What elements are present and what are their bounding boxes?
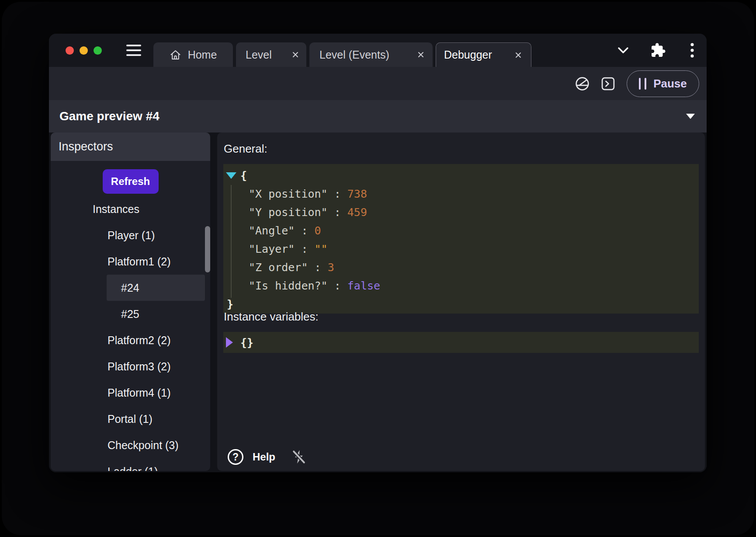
tab-debugger[interactable]: Debugger (436, 42, 531, 67)
property-x-position[interactable]: "X position" : 738 (223, 185, 699, 203)
instance-variables-json[interactable]: {} (223, 332, 699, 353)
flash-off-icon[interactable] (291, 448, 307, 466)
console-icon[interactable] (601, 77, 615, 91)
property-colon: : (308, 261, 327, 274)
inspectors-header-label: Inspectors (59, 140, 113, 153)
tab-level-events[interactable]: Level (Events) (309, 42, 433, 67)
property-layer[interactable]: "Layer" : "" (223, 240, 699, 258)
tree-item-platform3-2[interactable]: Platform3 (2) (51, 353, 210, 380)
tree-item-label: Instances (93, 203, 139, 216)
inspectors-header: Inspectors (51, 133, 210, 161)
more-vertical-icon[interactable] (690, 43, 694, 58)
tree-item-label: Platform1 (2) (108, 255, 170, 268)
help-icon[interactable]: ? (228, 449, 243, 465)
property-value: 3 (328, 261, 334, 274)
tab-label: Home (188, 49, 217, 61)
tree-item-portal-1[interactable]: Portal (1) (51, 406, 210, 432)
preview-selector[interactable]: Game preview #4 (49, 100, 707, 133)
inspectors-panel: Inspectors Refresh InstancesPlayer (1)Pl… (51, 133, 210, 471)
tree-item-label: #24 (121, 282, 139, 294)
tab-home[interactable]: Home (153, 42, 233, 67)
property-key: "Z order" (249, 261, 308, 274)
property-colon: : (328, 206, 347, 219)
tab-strip: HomeLevelLevel (Events)Debugger (153, 42, 531, 67)
chevron-down-icon[interactable] (617, 47, 629, 54)
tree-item-label: Portal (1) (108, 413, 153, 425)
refresh-button[interactable]: Refresh (103, 169, 159, 194)
tree-item-label: Player (1) (108, 229, 155, 242)
tree-item-instances[interactable]: Instances (51, 196, 210, 222)
property-key: "Angle" (249, 224, 295, 237)
property-angle[interactable]: "Angle" : 0 (223, 221, 699, 240)
property-z-order[interactable]: "Z order" : 3 (223, 258, 699, 276)
pause-button-label: Pause (653, 77, 687, 91)
tab-close-icon[interactable] (514, 51, 522, 59)
property-colon: : (295, 243, 314, 255)
property-value: 738 (347, 188, 367, 200)
collapse-triangle-icon[interactable] (226, 172, 236, 179)
tree-item-label: Platform3 (2) (108, 360, 170, 373)
property-colon: : (328, 279, 347, 292)
property-colon: : (295, 224, 314, 237)
tree-item-24[interactable]: #24 (107, 275, 205, 301)
property-value: "" (315, 243, 328, 255)
property-is-hidden[interactable]: "Is hidden?" : false (223, 276, 699, 295)
help-row: ? Help (228, 448, 307, 466)
tree-item-label: Platform2 (2) (108, 334, 170, 347)
sidebar-scrollbar-thumb[interactable] (205, 226, 210, 272)
pause-icon (639, 78, 646, 90)
property-key: "X position" (249, 188, 328, 200)
home-icon (170, 49, 181, 61)
tree-item-label: Platform4 (1) (108, 387, 170, 399)
window-controls (66, 46, 102, 55)
tab-close-icon[interactable] (291, 51, 299, 59)
inspector-panel: General: {"X position" : 738"Y position"… (217, 133, 705, 471)
general-properties-json: {"X position" : 738"Y position" : 459"An… (223, 164, 699, 314)
property-key: "Is hidden?" (249, 279, 328, 292)
debugger-toolbar: Pause (49, 67, 707, 100)
tree-item-platform1-2[interactable]: Platform1 (2) (51, 248, 210, 275)
tree-item-ladder-1[interactable]: Ladder (1) (51, 458, 210, 471)
app-window: HomeLevelLevel (Events)Debugger Pause Ga… (49, 34, 707, 472)
tree-item-25[interactable]: #25 (107, 301, 205, 327)
tab-label: Level (Events) (319, 49, 389, 61)
instance-variables-label: Instance variables: (224, 310, 319, 324)
tree-item-label: Checkpoint (3) (108, 439, 179, 452)
main-menu-icon[interactable] (126, 45, 141, 56)
tab-level[interactable]: Level (236, 42, 306, 67)
property-value: false (347, 279, 380, 292)
tree-item-label: Ladder (1) (108, 465, 158, 471)
tab-bar-actions (617, 34, 707, 67)
indent-guide (231, 185, 232, 298)
property-key: "Y position" (249, 206, 328, 219)
property-colon: : (328, 188, 347, 200)
help-label[interactable]: Help (253, 451, 275, 463)
tab-label: Level (246, 49, 272, 61)
tree-item-player-1[interactable]: Player (1) (51, 222, 210, 248)
instances-tree: InstancesPlayer (1)Platform1 (2)#24#25Pl… (51, 196, 210, 471)
pause-button[interactable]: Pause (627, 70, 699, 97)
general-section-label: General: (224, 142, 267, 156)
property-value: 0 (315, 224, 321, 237)
property-key: "Layer" (249, 243, 295, 255)
tab-label: Debugger (444, 49, 492, 61)
extensions-puzzle-icon[interactable] (650, 42, 666, 58)
dropdown-caret-icon (686, 114, 695, 119)
property-value: 459 (347, 206, 367, 219)
tree-item-label: #25 (121, 308, 139, 321)
content-area: Inspectors Refresh InstancesPlayer (1)Pl… (49, 133, 707, 472)
minimize-window-button[interactable] (80, 46, 88, 55)
tree-item-platform4-1[interactable]: Platform4 (1) (51, 380, 210, 406)
zoom-window-button[interactable] (94, 46, 102, 55)
property-y-position[interactable]: "Y position" : 459 (223, 203, 699, 221)
close-brace: } (227, 298, 233, 310)
expand-triangle-icon[interactable] (226, 337, 233, 348)
tab-bar: HomeLevelLevel (Events)Debugger (49, 34, 707, 67)
tab-close-icon[interactable] (417, 51, 425, 59)
tree-item-platform2-2[interactable]: Platform2 (2) (51, 327, 210, 353)
preview-title: Game preview #4 (59, 109, 160, 123)
variables-value: {} (240, 336, 253, 349)
profiler-icon[interactable] (575, 77, 590, 91)
tree-item-checkpoint-3[interactable]: Checkpoint (3) (51, 432, 210, 458)
close-window-button[interactable] (66, 46, 74, 55)
